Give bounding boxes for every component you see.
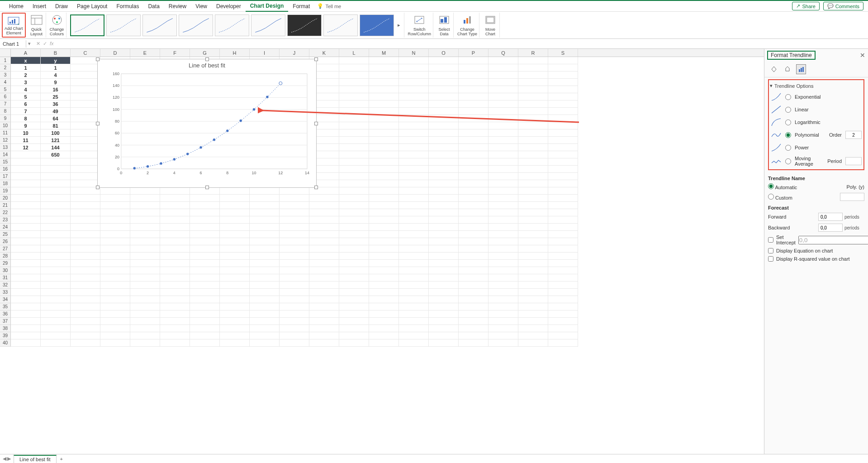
cell[interactable] (518, 72, 548, 79)
trendline-moving-average[interactable]: Moving Average Period (770, 154, 863, 168)
cell[interactable] (399, 108, 429, 115)
column-header[interactable]: N (399, 49, 429, 57)
cell[interactable] (429, 289, 459, 296)
quick-layout-button[interactable]: Quick Layout (28, 13, 46, 38)
cell[interactable] (160, 296, 190, 303)
cell[interactable] (489, 339, 518, 347)
cell[interactable] (548, 122, 578, 129)
cell[interactable] (369, 216, 399, 224)
cell[interactable] (518, 224, 548, 231)
cell[interactable] (429, 115, 459, 122)
cell[interactable] (489, 144, 518, 151)
cell[interactable] (160, 325, 190, 332)
cell[interactable] (548, 260, 578, 267)
custom-name-input[interactable] (840, 193, 864, 201)
cell[interactable]: 144 (41, 144, 71, 151)
cell[interactable] (41, 339, 71, 347)
column-header[interactable]: I (250, 49, 280, 57)
cell[interactable] (518, 144, 548, 151)
column-header[interactable]: E (130, 49, 160, 57)
cell[interactable] (548, 108, 578, 115)
cell[interactable] (71, 245, 100, 253)
cell[interactable] (459, 318, 489, 325)
cell[interactable] (339, 173, 369, 180)
cell[interactable] (41, 310, 71, 318)
cell[interactable] (518, 57, 548, 64)
cell[interactable] (100, 339, 130, 347)
cell[interactable] (100, 202, 130, 209)
column-header[interactable]: M (369, 49, 399, 57)
cell[interactable] (548, 137, 578, 144)
cell[interactable] (41, 187, 71, 195)
cell[interactable] (489, 209, 518, 216)
cell[interactable] (41, 253, 71, 260)
cell[interactable] (130, 195, 160, 202)
cell[interactable] (369, 79, 399, 86)
cell[interactable] (489, 325, 518, 332)
cell[interactable] (489, 318, 518, 325)
cell[interactable] (100, 296, 130, 303)
row-header[interactable]: 39 (0, 332, 11, 339)
cell[interactable] (309, 325, 339, 332)
cell[interactable] (548, 93, 578, 100)
cell[interactable] (489, 260, 518, 267)
cell[interactable] (489, 231, 518, 238)
cell[interactable] (429, 245, 459, 253)
cell[interactable] (11, 282, 41, 289)
cell[interactable] (429, 209, 459, 216)
cell[interactable] (459, 231, 489, 238)
cell[interactable] (280, 202, 309, 209)
cell[interactable] (339, 339, 369, 347)
cell[interactable] (71, 72, 100, 79)
cell[interactable] (489, 187, 518, 195)
cell[interactable]: 650 (41, 151, 71, 158)
cell[interactable] (130, 310, 160, 318)
cell[interactable] (11, 332, 41, 339)
cell[interactable] (518, 274, 548, 282)
cell[interactable] (548, 332, 578, 339)
cell[interactable] (339, 100, 369, 108)
cell[interactable] (548, 129, 578, 137)
cell[interactable] (309, 339, 339, 347)
cell[interactable] (250, 202, 280, 209)
cell[interactable]: 5 (11, 93, 41, 100)
cell[interactable] (41, 303, 71, 310)
formula-input[interactable] (57, 43, 868, 45)
cell[interactable] (100, 245, 130, 253)
cell[interactable] (369, 108, 399, 115)
cell[interactable] (11, 166, 41, 173)
row-header[interactable]: 36 (0, 310, 11, 318)
cell[interactable] (41, 202, 71, 209)
cell[interactable]: 1 (41, 64, 71, 72)
cell[interactable] (489, 245, 518, 253)
cell[interactable] (548, 100, 578, 108)
cell[interactable] (459, 216, 489, 224)
cell[interactable] (130, 231, 160, 238)
cell[interactable] (339, 180, 369, 187)
cell[interactable] (190, 274, 220, 282)
cell[interactable] (220, 267, 250, 274)
cell[interactable] (100, 216, 130, 224)
cell[interactable] (399, 296, 429, 303)
cell[interactable] (369, 238, 399, 245)
cell[interactable] (399, 267, 429, 274)
cell[interactable] (429, 296, 459, 303)
cell[interactable] (429, 282, 459, 289)
chart-style-6[interactable] (251, 14, 285, 36)
cell[interactable] (459, 267, 489, 274)
cell[interactable] (518, 195, 548, 202)
cell[interactable] (459, 332, 489, 339)
cell[interactable] (399, 245, 429, 253)
row-header[interactable]: 20 (0, 195, 11, 202)
cell[interactable] (399, 86, 429, 93)
cell[interactable] (489, 224, 518, 231)
cell[interactable] (459, 187, 489, 195)
cell[interactable] (280, 296, 309, 303)
cell[interactable] (369, 93, 399, 100)
cell[interactable] (339, 122, 369, 129)
cell[interactable] (548, 173, 578, 180)
select-all-corner[interactable] (0, 49, 11, 57)
cell[interactable] (429, 108, 459, 115)
cell[interactable] (220, 296, 250, 303)
polynomial-order-input[interactable] (845, 131, 862, 139)
